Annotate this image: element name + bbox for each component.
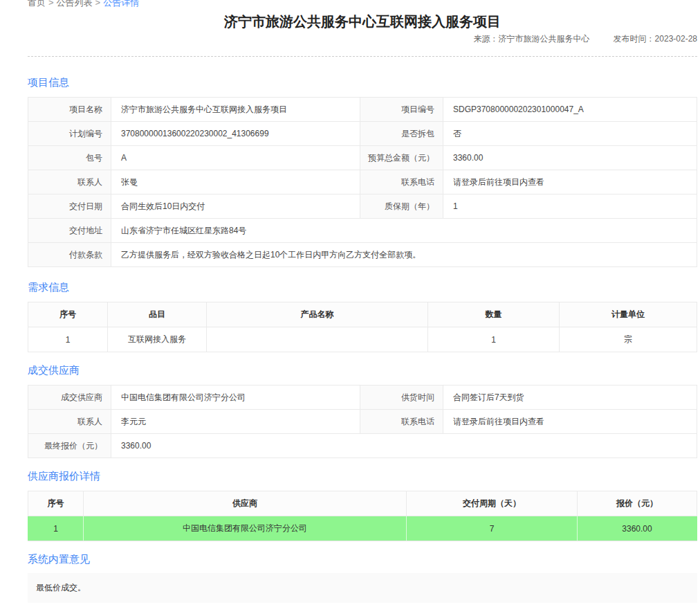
content-area: 首页>公告列表>公告详情 济宁市旅游公共服务中心互联网接入服务项目 来源：济宁市… xyxy=(0,0,700,607)
field-value: 否 xyxy=(443,122,697,146)
cell-delivery-cycle: 7 xyxy=(407,516,578,541)
field-label: 最终报价（元） xyxy=(28,434,111,458)
section-title-project-info: 项目信息 xyxy=(28,76,697,89)
announcement-page: 首页>公告列表>公告详情 济宁市旅游公共服务中心互联网接入服务项目 来源：济宁市… xyxy=(0,0,700,607)
table-header-row: 序号 供应商 交付周期（天） 报价（元） xyxy=(28,491,697,516)
field-value: 合同生效后10日内交付 xyxy=(111,194,360,219)
field-value: 中国电信集团有限公司济宁分公司 xyxy=(111,386,360,410)
column-header: 序号 xyxy=(28,491,84,516)
field-value: 济宁市旅游公共服务中心互联网接入服务项目 xyxy=(111,98,360,122)
breadcrumb-link-announcement-list[interactable]: 公告列表 xyxy=(57,0,93,8)
column-header: 报价（元） xyxy=(578,491,697,516)
system-opinion-box: 最低价成交。 xyxy=(28,573,697,603)
field-value: 张曼 xyxy=(111,170,360,194)
field-label: 供货时间 xyxy=(360,386,443,410)
announcement-meta: 来源：济宁市旅游公共服务中心发布时间：2023-02-28 xyxy=(28,33,697,45)
cell-category: 互联网接入服务 xyxy=(108,327,207,352)
publish-time-value: 2023-02-28 xyxy=(655,34,697,44)
table-row: 交付地址 山东省济宁市任城区红星东路84号 xyxy=(28,219,697,243)
field-label: 联系人 xyxy=(28,410,111,434)
column-header: 计量单位 xyxy=(560,302,697,327)
section-title-system-opinion: 系统内置意见 xyxy=(28,553,697,565)
field-label: 预算总金额（元） xyxy=(360,146,443,170)
field-label: 计划编号 xyxy=(28,122,111,146)
cell-seq: 1 xyxy=(28,327,108,352)
table-row: 交付日期 合同生效后10日内交付 质保期（年） 1 xyxy=(28,194,697,219)
cell-product-name xyxy=(207,327,428,352)
field-label: 交付地址 xyxy=(28,219,111,243)
field-value: 1 xyxy=(443,194,697,219)
breadcrumb-current-announcement-detail[interactable]: 公告详情 xyxy=(103,0,139,8)
column-header: 交付周期（天） xyxy=(407,491,578,516)
project-info-table: 项目名称 济宁市旅游公共服务中心互联网接入服务项目 项目编号 SDGP37080… xyxy=(28,97,697,267)
field-value: 请登录后前往项目内查看 xyxy=(443,410,697,434)
table-row: 包号 A 预算总金额（元） 3360.00 xyxy=(28,146,697,170)
demand-info-table: 序号 品目 产品名称 数量 计量单位 1 互联网接入服务 1 宗 xyxy=(28,302,697,352)
field-label: 交付日期 xyxy=(28,194,111,219)
field-label: 项目名称 xyxy=(28,98,111,122)
field-label: 联系电话 xyxy=(360,410,443,434)
column-header: 产品名称 xyxy=(207,302,428,327)
field-label: 包号 xyxy=(28,146,111,170)
table-row: 1 互联网接入服务 1 宗 xyxy=(28,327,697,352)
field-label: 成交供应商 xyxy=(28,386,111,410)
field-value: 山东省济宁市任城区红星东路84号 xyxy=(111,219,697,243)
page-title: 济宁市旅游公共服务中心互联网接入服务项目 xyxy=(28,12,697,30)
source-label: 来源： xyxy=(474,34,499,44)
table-row: 付款条款 乙方提供服务后，经双方验收合格之日起10个工作日内甲方向乙方支付全部款… xyxy=(28,243,697,267)
field-label: 项目编号 xyxy=(360,98,443,122)
field-label: 联系电话 xyxy=(360,170,443,194)
breadcrumb-separator: > xyxy=(95,0,101,8)
system-opinion-text: 最低价成交。 xyxy=(36,583,86,592)
table-row: 计划编号 37080000013600220230002_41306699 是否… xyxy=(28,122,697,146)
table-row: 成交供应商 中国电信集团有限公司济宁分公司 供货时间 合同签订后7天到货 xyxy=(28,386,697,410)
section-title-quotation-details: 供应商报价详情 xyxy=(28,470,697,482)
field-value: 37080000013600220230002_41306699 xyxy=(111,122,360,146)
field-value: A xyxy=(111,146,360,170)
field-label: 是否拆包 xyxy=(360,122,443,146)
field-value: SDGP370800000202301000047_A xyxy=(443,98,697,122)
dashed-divider xyxy=(28,56,697,57)
section-title-demand-info: 需求信息 xyxy=(28,281,697,293)
column-header: 品目 xyxy=(108,302,207,327)
field-label: 联系人 xyxy=(28,170,111,194)
field-value: 李元元 xyxy=(111,410,360,434)
cell-unit: 宗 xyxy=(560,327,697,352)
cell-quantity: 1 xyxy=(428,327,560,352)
column-header: 数量 xyxy=(428,302,560,327)
publish-time-label: 发布时间： xyxy=(614,34,655,44)
field-label: 质保期（年） xyxy=(360,194,443,219)
breadcrumb-separator: > xyxy=(48,0,54,8)
field-value: 3360.00 xyxy=(111,434,697,458)
quotation-row-highlighted: 1 中国电信集团有限公司济宁分公司 7 3360.00 xyxy=(28,516,697,541)
field-label: 付款条款 xyxy=(28,243,111,267)
table-row: 项目名称 济宁市旅游公共服务中心互联网接入服务项目 项目编号 SDGP37080… xyxy=(28,98,697,122)
quotation-details-table: 序号 供应商 交付周期（天） 报价（元） 1 中国电信集团有限公司济宁分公司 7… xyxy=(28,491,697,541)
table-header-row: 序号 品目 产品名称 数量 计量单位 xyxy=(28,302,697,327)
cell-supplier: 中国电信集团有限公司济宁分公司 xyxy=(84,516,407,541)
section-title-winning-supplier: 成交供应商 xyxy=(28,364,697,377)
winning-supplier-table: 成交供应商 中国电信集团有限公司济宁分公司 供货时间 合同签订后7天到货 联系人… xyxy=(28,385,697,458)
table-row: 联系人 张曼 联系电话 请登录后前往项目内查看 xyxy=(28,170,697,194)
column-header: 序号 xyxy=(28,302,108,327)
breadcrumb-link-home[interactable]: 首页 xyxy=(28,0,46,8)
table-row: 最终报价（元） 3360.00 xyxy=(28,434,697,458)
breadcrumb: 首页>公告列表>公告详情 xyxy=(28,0,697,8)
source-value: 济宁市旅游公共服务中心 xyxy=(499,34,590,44)
column-header: 供应商 xyxy=(84,491,407,516)
cell-seq: 1 xyxy=(28,516,84,541)
field-value: 请登录后前往项目内查看 xyxy=(443,170,697,194)
cell-quote-price: 3360.00 xyxy=(578,516,697,541)
table-row: 联系人 李元元 联系电话 请登录后前往项目内查看 xyxy=(28,410,697,434)
field-value: 合同签订后7天到货 xyxy=(443,386,697,410)
field-value: 乙方提供服务后，经双方验收合格之日起10个工作日内甲方向乙方支付全部款项。 xyxy=(111,243,697,267)
field-value: 3360.00 xyxy=(443,146,697,170)
